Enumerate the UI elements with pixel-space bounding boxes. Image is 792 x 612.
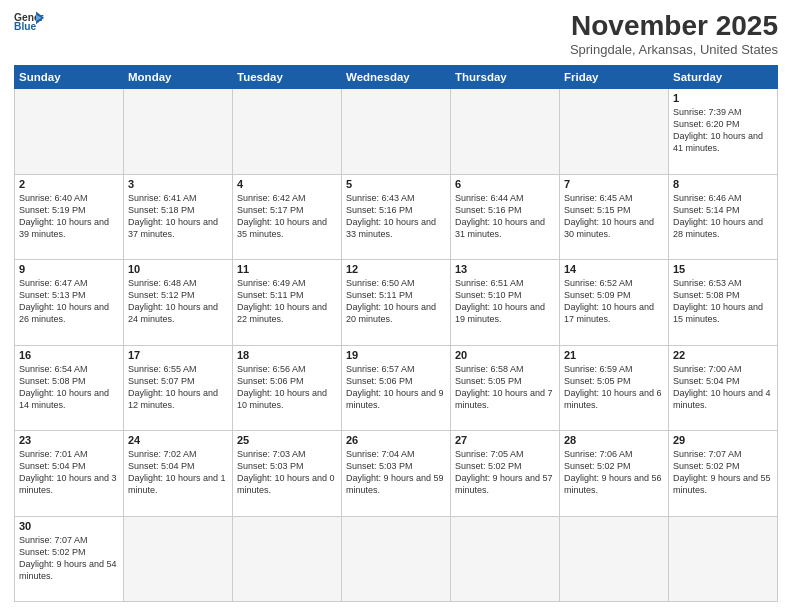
day-number: 2 <box>19 178 119 190</box>
calendar-cell: 16Sunrise: 6:54 AMSunset: 5:08 PMDayligh… <box>15 345 124 431</box>
day-number: 5 <box>346 178 446 190</box>
generalblue-logo-icon: General Blue <box>14 10 44 32</box>
day-info: Sunrise: 7:02 AMSunset: 5:04 PMDaylight:… <box>128 448 228 497</box>
col-monday: Monday <box>124 66 233 89</box>
calendar-cell: 6Sunrise: 6:44 AMSunset: 5:16 PMDaylight… <box>451 174 560 260</box>
col-saturday: Saturday <box>669 66 778 89</box>
calendar-cell: 30Sunrise: 7:07 AMSunset: 5:02 PMDayligh… <box>15 516 124 602</box>
day-info: Sunrise: 7:07 AMSunset: 5:02 PMDaylight:… <box>673 448 773 497</box>
day-info: Sunrise: 6:43 AMSunset: 5:16 PMDaylight:… <box>346 192 446 241</box>
calendar-cell: 19Sunrise: 6:57 AMSunset: 5:06 PMDayligh… <box>342 345 451 431</box>
calendar-cell <box>233 89 342 175</box>
calendar-cell <box>451 516 560 602</box>
day-info: Sunrise: 6:53 AMSunset: 5:08 PMDaylight:… <box>673 277 773 326</box>
day-info: Sunrise: 6:49 AMSunset: 5:11 PMDaylight:… <box>237 277 337 326</box>
calendar-week-1: 1Sunrise: 7:39 AMSunset: 6:20 PMDaylight… <box>15 89 778 175</box>
day-number: 6 <box>455 178 555 190</box>
calendar-cell <box>342 89 451 175</box>
calendar-cell: 17Sunrise: 6:55 AMSunset: 5:07 PMDayligh… <box>124 345 233 431</box>
header-row: Sunday Monday Tuesday Wednesday Thursday… <box>15 66 778 89</box>
day-number: 8 <box>673 178 773 190</box>
day-number: 26 <box>346 434 446 446</box>
calendar-cell <box>233 516 342 602</box>
day-info: Sunrise: 6:57 AMSunset: 5:06 PMDaylight:… <box>346 363 446 412</box>
calendar-body: 1Sunrise: 7:39 AMSunset: 6:20 PMDaylight… <box>15 89 778 602</box>
calendar-cell: 12Sunrise: 6:50 AMSunset: 5:11 PMDayligh… <box>342 260 451 346</box>
calendar-cell: 11Sunrise: 6:49 AMSunset: 5:11 PMDayligh… <box>233 260 342 346</box>
header: General Blue November 2025 Springdale, A… <box>14 10 778 57</box>
calendar-week-3: 9Sunrise: 6:47 AMSunset: 5:13 PMDaylight… <box>15 260 778 346</box>
calendar-cell: 28Sunrise: 7:06 AMSunset: 5:02 PMDayligh… <box>560 431 669 517</box>
calendar-cell: 27Sunrise: 7:05 AMSunset: 5:02 PMDayligh… <box>451 431 560 517</box>
day-number: 29 <box>673 434 773 446</box>
day-number: 4 <box>237 178 337 190</box>
day-info: Sunrise: 7:06 AMSunset: 5:02 PMDaylight:… <box>564 448 664 497</box>
day-number: 3 <box>128 178 228 190</box>
calendar-table: Sunday Monday Tuesday Wednesday Thursday… <box>14 65 778 602</box>
calendar-week-6: 30Sunrise: 7:07 AMSunset: 5:02 PMDayligh… <box>15 516 778 602</box>
day-info: Sunrise: 6:46 AMSunset: 5:14 PMDaylight:… <box>673 192 773 241</box>
day-number: 7 <box>564 178 664 190</box>
calendar-cell: 29Sunrise: 7:07 AMSunset: 5:02 PMDayligh… <box>669 431 778 517</box>
day-info: Sunrise: 7:00 AMSunset: 5:04 PMDaylight:… <box>673 363 773 412</box>
day-info: Sunrise: 7:39 AMSunset: 6:20 PMDaylight:… <box>673 106 773 155</box>
day-number: 19 <box>346 349 446 361</box>
page-title: November 2025 <box>570 10 778 42</box>
day-number: 28 <box>564 434 664 446</box>
day-number: 18 <box>237 349 337 361</box>
day-number: 22 <box>673 349 773 361</box>
calendar-cell: 5Sunrise: 6:43 AMSunset: 5:16 PMDaylight… <box>342 174 451 260</box>
page-subtitle: Springdale, Arkansas, United States <box>570 42 778 57</box>
day-info: Sunrise: 6:55 AMSunset: 5:07 PMDaylight:… <box>128 363 228 412</box>
day-info: Sunrise: 6:59 AMSunset: 5:05 PMDaylight:… <box>564 363 664 412</box>
day-number: 11 <box>237 263 337 275</box>
col-wednesday: Wednesday <box>342 66 451 89</box>
calendar-cell: 21Sunrise: 6:59 AMSunset: 5:05 PMDayligh… <box>560 345 669 431</box>
page: General Blue November 2025 Springdale, A… <box>0 0 792 612</box>
col-friday: Friday <box>560 66 669 89</box>
day-number: 1 <box>673 92 773 104</box>
day-info: Sunrise: 6:56 AMSunset: 5:06 PMDaylight:… <box>237 363 337 412</box>
day-info: Sunrise: 7:03 AMSunset: 5:03 PMDaylight:… <box>237 448 337 497</box>
calendar-cell: 10Sunrise: 6:48 AMSunset: 5:12 PMDayligh… <box>124 260 233 346</box>
day-info: Sunrise: 6:48 AMSunset: 5:12 PMDaylight:… <box>128 277 228 326</box>
calendar-cell <box>560 89 669 175</box>
day-number: 10 <box>128 263 228 275</box>
day-number: 9 <box>19 263 119 275</box>
calendar-cell: 20Sunrise: 6:58 AMSunset: 5:05 PMDayligh… <box>451 345 560 431</box>
day-info: Sunrise: 6:47 AMSunset: 5:13 PMDaylight:… <box>19 277 119 326</box>
day-number: 13 <box>455 263 555 275</box>
calendar-cell <box>124 516 233 602</box>
calendar-cell: 4Sunrise: 6:42 AMSunset: 5:17 PMDaylight… <box>233 174 342 260</box>
calendar-cell <box>560 516 669 602</box>
day-info: Sunrise: 6:44 AMSunset: 5:16 PMDaylight:… <box>455 192 555 241</box>
calendar-cell: 25Sunrise: 7:03 AMSunset: 5:03 PMDayligh… <box>233 431 342 517</box>
day-number: 17 <box>128 349 228 361</box>
day-info: Sunrise: 6:50 AMSunset: 5:11 PMDaylight:… <box>346 277 446 326</box>
calendar-cell <box>451 89 560 175</box>
day-number: 30 <box>19 520 119 532</box>
day-number: 16 <box>19 349 119 361</box>
calendar-cell: 26Sunrise: 7:04 AMSunset: 5:03 PMDayligh… <box>342 431 451 517</box>
day-info: Sunrise: 6:52 AMSunset: 5:09 PMDaylight:… <box>564 277 664 326</box>
logo: General Blue <box>14 10 44 32</box>
calendar-header: Sunday Monday Tuesday Wednesday Thursday… <box>15 66 778 89</box>
calendar-cell: 7Sunrise: 6:45 AMSunset: 5:15 PMDaylight… <box>560 174 669 260</box>
calendar-cell: 3Sunrise: 6:41 AMSunset: 5:18 PMDaylight… <box>124 174 233 260</box>
day-number: 24 <box>128 434 228 446</box>
calendar-cell: 15Sunrise: 6:53 AMSunset: 5:08 PMDayligh… <box>669 260 778 346</box>
calendar-cell: 14Sunrise: 6:52 AMSunset: 5:09 PMDayligh… <box>560 260 669 346</box>
calendar-cell: 13Sunrise: 6:51 AMSunset: 5:10 PMDayligh… <box>451 260 560 346</box>
calendar-week-4: 16Sunrise: 6:54 AMSunset: 5:08 PMDayligh… <box>15 345 778 431</box>
col-thursday: Thursday <box>451 66 560 89</box>
day-info: Sunrise: 6:45 AMSunset: 5:15 PMDaylight:… <box>564 192 664 241</box>
col-sunday: Sunday <box>15 66 124 89</box>
day-number: 12 <box>346 263 446 275</box>
day-info: Sunrise: 7:04 AMSunset: 5:03 PMDaylight:… <box>346 448 446 497</box>
day-info: Sunrise: 6:41 AMSunset: 5:18 PMDaylight:… <box>128 192 228 241</box>
day-info: Sunrise: 6:51 AMSunset: 5:10 PMDaylight:… <box>455 277 555 326</box>
day-info: Sunrise: 7:05 AMSunset: 5:02 PMDaylight:… <box>455 448 555 497</box>
calendar-cell: 24Sunrise: 7:02 AMSunset: 5:04 PMDayligh… <box>124 431 233 517</box>
calendar-week-5: 23Sunrise: 7:01 AMSunset: 5:04 PMDayligh… <box>15 431 778 517</box>
calendar-cell: 23Sunrise: 7:01 AMSunset: 5:04 PMDayligh… <box>15 431 124 517</box>
